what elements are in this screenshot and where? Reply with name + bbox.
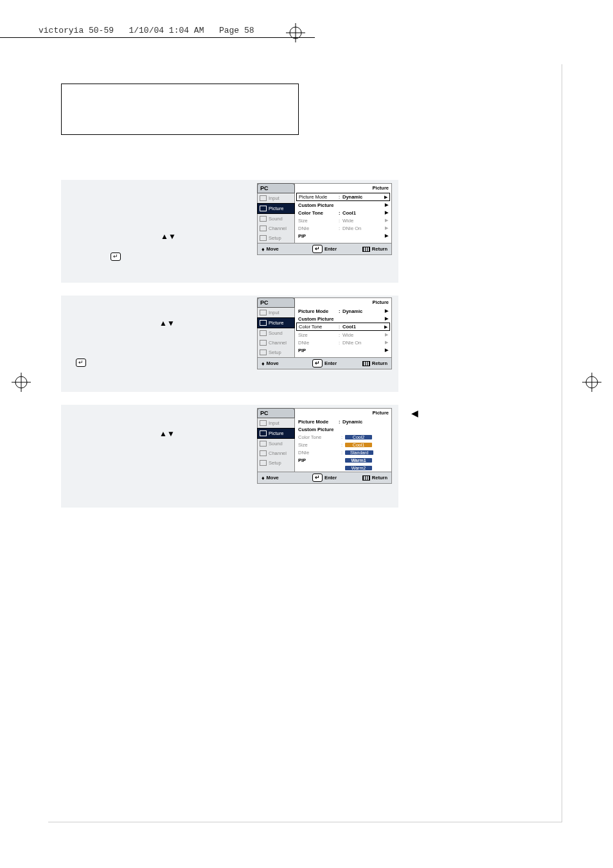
input-icon: [260, 195, 267, 201]
enter-icon: ↵: [111, 252, 121, 261]
nav-channel[interactable]: Channel: [258, 338, 294, 348]
registration-mark-right: [582, 373, 601, 392]
opt-dnie[interactable]: DNIe:DNIe On▶: [295, 339, 391, 346]
footer-enter: Enter: [324, 360, 337, 366]
header-rule: [0, 37, 315, 38]
opt-dnie: DNIe:Standard: [295, 448, 391, 456]
channel-icon: [260, 226, 267, 231]
nav-input[interactable]: Input: [258, 308, 294, 317]
tone-standard[interactable]: Standard: [345, 450, 373, 455]
osd-nav: PC Input Picture Sound Channel Setup: [258, 409, 295, 472]
move-icon: ♦: [262, 475, 265, 481]
osd-tab-title: PC: [257, 297, 295, 308]
opt-dnie[interactable]: DNIe:DNIe On▶: [295, 224, 391, 232]
opt-pip[interactable]: PIP▶: [295, 346, 391, 354]
tone-cool2[interactable]: Cool2: [345, 435, 372, 439]
osd-footer: ♦Move ↵Enter Return: [257, 244, 392, 255]
osd-section-label: Picture: [373, 185, 389, 191]
opt-size[interactable]: Size:Wide▶: [295, 217, 391, 224]
osd-nav: PC Input Picture Sound Channel Setup: [258, 184, 295, 243]
tone-cool1[interactable]: Cool1: [345, 443, 372, 447]
nav-sound[interactable]: Sound: [258, 214, 294, 224]
footer-move: Move: [267, 475, 279, 481]
move-icon: ♦: [262, 360, 265, 367]
tone-warm1[interactable]: Warm1: [345, 458, 372, 463]
footer-enter: Enter: [324, 246, 337, 252]
opt-picture-mode[interactable]: Picture Mode:Dynamic: [295, 418, 391, 425]
channel-icon: [260, 340, 267, 346]
nav-setup[interactable]: Setup: [258, 233, 294, 243]
return-icon: [362, 361, 370, 366]
opt-picture-mode[interactable]: Picture Mode:Dynamic▶: [296, 193, 390, 201]
osd-panel-2: PC Input Picture Sound Channel Setup Pic…: [257, 297, 392, 369]
title-box: [61, 84, 299, 135]
footer-enter: Enter: [324, 475, 337, 481]
return-icon: [362, 475, 370, 481]
nav-sound[interactable]: Sound: [258, 439, 294, 448]
nav-channel[interactable]: Channel: [258, 224, 294, 233]
input-icon: [260, 420, 267, 426]
osd-panel-1: PC Input Picture Sound Channel Setup Pic…: [257, 183, 392, 255]
osd-footer: ♦Move ↵Enter Return: [257, 472, 392, 484]
opt-custom-picture[interactable]: Custom Picture▶: [295, 315, 391, 323]
nav-picture[interactable]: Picture: [257, 428, 295, 439]
header-page: Page 58: [219, 26, 254, 35]
picture-icon: [260, 206, 267, 211]
header-datetime: 1/10/04 1:04 AM: [129, 26, 204, 35]
footer-move: Move: [267, 246, 279, 252]
nav-channel[interactable]: Channel: [258, 448, 294, 458]
footer-return: Return: [372, 475, 387, 481]
sound-icon: [260, 216, 267, 222]
opt-custom-picture[interactable]: Custom Picture▶: [295, 201, 391, 209]
sound-icon: [260, 441, 267, 447]
opt-color-tone[interactable]: Color Tone:Cool1▶: [296, 323, 390, 331]
opt-size[interactable]: Size:Wide▶: [295, 331, 391, 339]
opt-custom-picture[interactable]: Custom Picture: [295, 425, 391, 433]
updown-icon: ▲▼: [161, 232, 176, 241]
footer-return: Return: [372, 246, 387, 252]
nav-picture[interactable]: Picture: [257, 317, 295, 328]
updown-icon: ▲▼: [159, 319, 175, 328]
opt-color-tone[interactable]: Color Tone:Cool1▶: [295, 209, 391, 217]
osd-section-label: Picture: [373, 410, 389, 416]
registration-mark-left: [12, 373, 31, 392]
registration-mark-top: [286, 23, 305, 42]
nav-sound[interactable]: Sound: [258, 328, 294, 338]
opt-pip: PIPWarm1: [295, 456, 391, 464]
enter-icon: ↵: [312, 245, 323, 253]
updown-icon: ▲▼: [159, 429, 175, 438]
sound-icon: [260, 330, 267, 336]
osd-footer: ♦Move ↵Enter Return: [257, 358, 392, 369]
osd-tab-title: PC: [257, 408, 295, 418]
setup-icon: [260, 235, 267, 241]
footer-move: Move: [267, 360, 279, 366]
osd-section-label: Picture: [373, 299, 389, 305]
move-icon: ♦: [262, 246, 265, 252]
nav-input[interactable]: Input: [258, 418, 294, 428]
picture-icon: [260, 430, 267, 436]
tone-warm2[interactable]: Warm2: [345, 466, 372, 470]
return-icon: [362, 247, 370, 252]
picture-icon: [260, 320, 267, 326]
input-icon: [260, 310, 267, 315]
opt-size: Size:Cool1: [295, 441, 391, 448]
osd-tab-title: PC: [257, 183, 295, 193]
print-header: victoryia 50-59 1/10/04 1:04 AM Page 58: [39, 26, 254, 35]
opt-pip[interactable]: PIP▶: [295, 232, 391, 240]
footer-return: Return: [372, 360, 387, 366]
nav-setup[interactable]: Setup: [258, 458, 294, 468]
setup-icon: [260, 350, 267, 355]
nav-setup[interactable]: Setup: [258, 348, 294, 357]
enter-icon: ↵: [76, 359, 86, 367]
header-filename: victoryia 50-59: [39, 26, 114, 35]
enter-icon: ↵: [312, 359, 323, 368]
opt-picture-mode[interactable]: Picture Mode:Dynamic▶: [295, 307, 391, 315]
setup-icon: [260, 460, 267, 466]
osd-panel-3: PC Input Picture Sound Channel Setup Pic…: [257, 408, 392, 484]
osd-nav: PC Input Picture Sound Channel Setup: [258, 298, 295, 357]
enter-icon: ↵: [312, 474, 323, 482]
opt-blank: Warm2: [295, 464, 391, 472]
nav-input[interactable]: Input: [258, 193, 294, 203]
nav-picture[interactable]: Picture: [257, 203, 295, 214]
channel-icon: [260, 450, 267, 456]
